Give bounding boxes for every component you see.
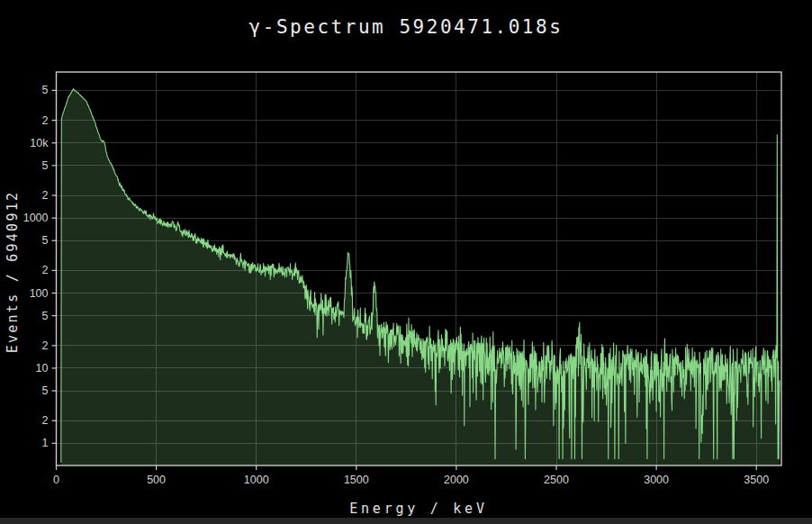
x-tick-label: 2000: [444, 474, 469, 486]
x-tick-label: 3000: [644, 474, 669, 486]
y-tick-label: 2: [42, 339, 49, 352]
y-tick-label: 10k: [30, 137, 49, 149]
x-tick-label: 500: [147, 474, 166, 486]
x-tick-label: 3500: [744, 474, 769, 486]
y-tick-label: 5: [42, 310, 49, 322]
y-tick-label: 5: [42, 234, 49, 247]
spectrum-window: γ-Spectrum 5920471.018s 1251025100251000…: [0, 0, 812, 524]
y-tick-label: 5: [42, 159, 49, 172]
y-tick-label: 5: [42, 84, 49, 96]
y-tick-label: 2: [42, 189, 49, 202]
x-axis-title: Energy / keV: [56, 501, 781, 517]
spectrum-chart[interactable]: 12510251002510002510k2505001000150020002…: [0, 0, 812, 524]
x-tick-label: 1500: [344, 474, 369, 486]
y-tick-label: 1000: [23, 212, 49, 224]
y-tick-label: 1: [42, 437, 49, 449]
y-tick-label: 2: [42, 264, 49, 276]
x-tick-label: 1000: [244, 474, 269, 486]
x-tick-label: 2500: [544, 474, 569, 486]
x-tick-label: 0: [53, 474, 59, 486]
y-tick-label: 5: [42, 384, 49, 397]
y-tick-label: 10: [36, 362, 49, 375]
y-tick-label: 100: [30, 287, 49, 300]
y-tick-label: 2: [42, 414, 49, 427]
y-tick-label: 2: [42, 114, 49, 127]
bottom-bar: [0, 518, 812, 524]
